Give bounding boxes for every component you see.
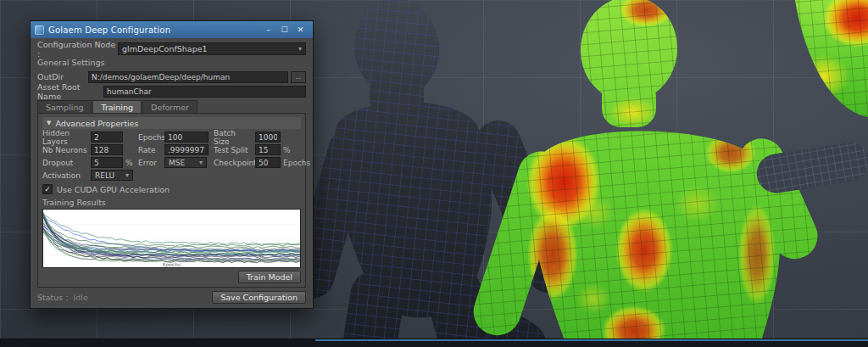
training-results-label: Training Results (42, 198, 301, 207)
dialog-status-bar: Status :Idle Save Configuration (37, 291, 306, 304)
timeline-range-line (315, 339, 868, 341)
epochs-input[interactable] (164, 132, 209, 143)
cuda-checkbox[interactable]: ✓ (42, 184, 53, 194)
dropout-input[interactable] (91, 157, 123, 168)
error-value: MSE (169, 159, 185, 167)
maya-viewport-screen: Golaem Deep Configuration – ☐ ✕ Configur… (0, 0, 868, 347)
cuda-checkbox-label: Use CUDA GPU Acceleration (57, 185, 170, 194)
test-split-input[interactable] (255, 144, 281, 155)
training-tab-panel: ▼ Advanced Properties Hidden Layers Nb N… (37, 113, 306, 288)
corner-heatmap-mesh (788, 0, 868, 119)
train-model-button[interactable]: Train Model (238, 271, 301, 283)
window-icon (35, 25, 44, 35)
outdir-label: OutDir (37, 72, 88, 81)
golaem-deep-configuration-window: Golaem Deep Configuration – ☐ ✕ Configur… (30, 20, 314, 309)
rate-input[interactable] (164, 144, 209, 155)
browse-button[interactable]: ... (291, 71, 306, 83)
cuda-checkbox-row: ✓ Use CUDA GPU Acceleration (42, 184, 301, 194)
window-titlebar[interactable]: Golaem Deep Configuration – ☐ ✕ (31, 21, 313, 38)
checkpoint-input[interactable] (255, 157, 281, 168)
minimize-button[interactable]: – (260, 25, 276, 34)
collapse-arrow-icon: ▼ (47, 120, 51, 126)
save-configuration-button[interactable]: Save Configuration (212, 291, 306, 304)
outdir-input[interactable] (88, 71, 288, 83)
activation-dropdown[interactable]: RELU ▾ (91, 170, 133, 181)
activation-label: Activation (42, 171, 88, 180)
maximize-button[interactable]: ☐ (276, 25, 292, 34)
configuration-node-label: Configuration Node : (37, 40, 118, 59)
chevron-down-icon: ▾ (199, 159, 203, 166)
batch-size-input[interactable] (255, 132, 281, 143)
dropout-suffix: % (125, 159, 133, 167)
advanced-properties-header[interactable]: ▼ Advanced Properties (42, 117, 301, 129)
dropout-label: Dropout (42, 159, 88, 167)
tab-bar: Sampling Training Deformer (37, 100, 306, 113)
tab-training[interactable]: Training (92, 100, 142, 113)
status-label: Status : (37, 293, 69, 302)
general-settings-label: General Settings (37, 58, 306, 68)
tab-deformer[interactable]: Deformer (142, 100, 198, 113)
activation-value: RELU (95, 171, 114, 180)
checkpoint-label: Checkpoint (214, 159, 253, 167)
window-controls: – ☐ ✕ (260, 25, 309, 34)
plot-xlabel: Epochs (43, 261, 300, 267)
status-text: Status :Idle (37, 293, 88, 302)
window-title: Golaem Deep Configuration (48, 25, 256, 35)
hidden-layers-input[interactable] (91, 132, 123, 143)
timeline-strip[interactable] (0, 339, 868, 347)
advanced-fields-grid: Hidden Layers Nb Neurons Dropout % (42, 132, 301, 181)
epochs-label: Epochs (138, 133, 162, 142)
asset-root-name-input[interactable] (103, 86, 306, 98)
asset-root-name-label: Asset Root Name (37, 82, 103, 101)
checkmark-icon: ✓ (44, 186, 51, 193)
training-plot-svg (43, 210, 300, 267)
nb-neurons-input[interactable] (91, 144, 123, 155)
dialog-body: Configuration Node : glmDeepConfShape1 ▾… (31, 38, 313, 308)
rate-label: Rate (138, 146, 162, 154)
close-button[interactable]: ✕ (292, 25, 309, 34)
configuration-node-value: glmDeepConfShape1 (122, 44, 208, 53)
advanced-properties-label: Advanced Properties (55, 119, 138, 128)
nb-neurons-label: Nb Neurons (42, 146, 88, 154)
test-split-label: Test Split (214, 146, 253, 154)
training-results-plot: Epochs (42, 209, 301, 268)
test-split-suffix: % (283, 146, 291, 154)
batch-size-label: Batch Size (214, 129, 253, 146)
configuration-node-dropdown[interactable]: glmDeepConfShape1 ▾ (118, 42, 306, 55)
error-label: Error (138, 159, 162, 167)
chevron-down-icon: ▾ (125, 171, 129, 179)
chevron-down-icon: ▾ (298, 45, 302, 53)
error-dropdown[interactable]: MSE ▾ (164, 157, 207, 168)
tab-sampling[interactable]: Sampling (37, 100, 92, 113)
status-value: Idle (74, 293, 88, 302)
hidden-layers-label: Hidden Layers (42, 129, 88, 146)
checkpoint-suffix: Epochs (283, 159, 310, 167)
